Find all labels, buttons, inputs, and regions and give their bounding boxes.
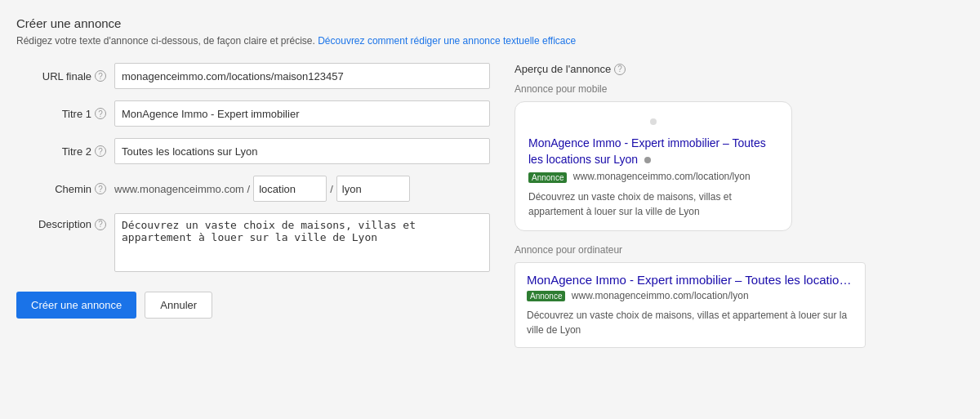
url-input[interactable]	[114, 63, 490, 89]
computer-preview-label: Annonce pour ordinateur	[514, 244, 964, 256]
titre1-row: Titre 1 ?	[16, 100, 490, 127]
preview-help-icon[interactable]: ?	[614, 64, 626, 75]
create-button[interactable]: Créer une annonce	[16, 292, 136, 319]
path-base: www.monagenceimmo.com /	[114, 183, 250, 195]
path-separator: /	[330, 183, 333, 195]
page-subtitle: Rédigez votre texte d'annonce ci-dessous…	[16, 35, 964, 47]
preview-title: Aperçu de l'annonce ?	[514, 63, 964, 75]
url-row: URL finale ?	[16, 63, 490, 89]
titre1-input[interactable]	[114, 100, 490, 127]
computer-ad-headline: MonAgence Immo - Expert immobilier – Tou…	[527, 273, 853, 287]
form-section: URL finale ? Titre 1 ? Titre 2 ?	[16, 63, 490, 319]
description-help-icon[interactable]: ?	[95, 219, 106, 230]
buttons-row: Créer une annonce Annuler	[16, 292, 490, 319]
mobile-ad-description: Découvrez un vaste choix de maisons, vil…	[528, 189, 778, 219]
chemin-label: Chemin ?	[16, 183, 114, 195]
chemin-row: Chemin ? www.monagenceimmo.com / /	[16, 176, 490, 202]
description-row: Description ?	[16, 213, 490, 272]
camera-dot	[650, 118, 657, 125]
cancel-button[interactable]: Annuler	[145, 292, 212, 319]
mobile-camera	[528, 115, 778, 127]
url-help-icon[interactable]: ?	[95, 70, 106, 82]
chemin-help-icon[interactable]: ?	[95, 183, 106, 194]
computer-ad-description: Découvrez un vaste choix de maisons, vil…	[527, 308, 853, 337]
titre2-help-icon[interactable]: ?	[95, 145, 106, 157]
titre1-label: Titre 1 ?	[16, 108, 114, 120]
content-row: URL finale ? Titre 1 ? Titre 2 ?	[16, 63, 964, 348]
path-input-1[interactable]	[253, 176, 327, 202]
page-container: Créer une annonce Rédigez votre texte d'…	[16, 16, 964, 348]
path-input-2[interactable]	[336, 176, 410, 202]
help-link[interactable]: Découvrez comment rédiger une annonce te…	[318, 35, 576, 47]
path-row: www.monagenceimmo.com / /	[114, 176, 490, 202]
url-label: URL finale ?	[16, 70, 114, 82]
titre2-input[interactable]	[114, 138, 490, 164]
titre2-label: Titre 2 ?	[16, 145, 114, 158]
titre2-row: Titre 2 ?	[16, 138, 490, 164]
mobile-ad-badge: Annonce	[528, 172, 567, 183]
ad-info-dot	[644, 157, 651, 163]
preview-section: Aperçu de l'annonce ? Annonce pour mobil…	[514, 63, 964, 348]
page-title: Créer une annonce	[16, 16, 964, 30]
mobile-ad-headline: MonAgence Immo - Expert immobilier – Tou…	[528, 136, 778, 167]
mobile-preview-label: Annonce pour mobile	[514, 83, 964, 95]
mobile-ad-url: Annonce www.monagenceimmo.com/location/l…	[528, 171, 778, 182]
computer-preview-box: MonAgence Immo - Expert immobilier – Tou…	[514, 262, 866, 348]
mobile-preview-box: MonAgence Immo - Expert immobilier – Tou…	[514, 101, 792, 231]
computer-ad-headline-link[interactable]: MonAgence Immo - Expert immobilier – Tou…	[527, 273, 853, 287]
mobile-ad-headline-link[interactable]: MonAgence Immo - Expert immobilier – Tou…	[528, 136, 766, 166]
titre1-help-icon[interactable]: ?	[95, 108, 106, 119]
subtitle-text: Rédigez votre texte d'annonce ci-dessous…	[16, 35, 315, 47]
computer-ad-badge: Annonce	[527, 291, 565, 301]
computer-ad-url: Annonce www.monagenceimmo.com/location/l…	[527, 290, 853, 301]
description-input[interactable]	[114, 213, 490, 272]
description-label: Description ?	[16, 213, 114, 230]
